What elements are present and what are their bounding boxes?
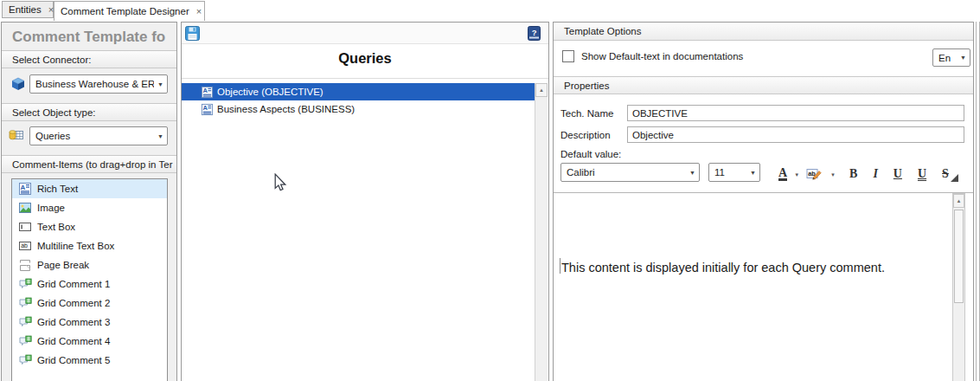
- close-icon[interactable]: ×: [42, 4, 54, 15]
- comment-item-page-break[interactable]: Page Break: [12, 255, 167, 274]
- highlight-color-button[interactable]: ab: [802, 164, 828, 181]
- grid-comment-icon: [18, 277, 32, 291]
- sidebar: Comment Template fo Select Connector: Bu…: [1, 22, 177, 381]
- font-name-value: Calibri: [567, 167, 686, 178]
- double-underline-button[interactable]: U: [913, 164, 931, 181]
- chevron-down-icon[interactable]: ▼: [791, 172, 802, 178]
- comment-item-grid-comment-4[interactable]: Grid Comment 4: [12, 332, 167, 351]
- select-object-type-header: Select Object type:: [2, 103, 176, 121]
- comment-item-rich-text[interactable]: A Rich Text: [12, 179, 167, 198]
- show-default-text-checkbox[interactable]: [562, 50, 574, 62]
- object-type-select[interactable]: Queries ▼: [29, 126, 168, 145]
- svg-text:A: A: [202, 87, 208, 94]
- tab-label: Comment Template Designer: [61, 6, 189, 16]
- query-list-scrollbar[interactable]: ▲: [535, 83, 548, 381]
- divider: [182, 78, 548, 79]
- rich-text-icon: A: [18, 182, 32, 196]
- comment-item-grid-comment-3[interactable]: Grid Comment 3: [12, 313, 167, 332]
- chevron-down-icon: ▼: [154, 133, 163, 139]
- comment-item-label: Multiline Text Box: [37, 241, 114, 251]
- description-value: Objective: [632, 130, 674, 140]
- language-select-value: En: [938, 53, 957, 63]
- default-value-label: Default value:: [560, 149, 621, 159]
- text-box-icon: [18, 220, 32, 234]
- chevron-down-icon: ▼: [686, 170, 695, 176]
- object-type-table-icon: [9, 127, 24, 143]
- scrollbar-thumb[interactable]: [954, 210, 964, 303]
- comment-item-grid-comment-1[interactable]: Grid Comment 1: [12, 274, 167, 294]
- tech-name-label: Tech. Name: [560, 108, 613, 119]
- highlight-icon: ab: [806, 167, 823, 181]
- comment-item-label: Rich Text: [37, 184, 78, 194]
- multiline-text-box-icon: ab: [18, 239, 32, 253]
- description-field[interactable]: Objective: [627, 126, 964, 143]
- default-value-editor[interactable]: This content is displayed initially for …: [554, 192, 973, 381]
- comment-item-image[interactable]: Image: [12, 198, 167, 217]
- connector-select[interactable]: Business Warehouse & ERP ▼: [29, 74, 168, 94]
- svg-text:ab: ab: [21, 242, 28, 249]
- comment-items-list: A Rich Text Image: [11, 178, 168, 381]
- underline-button[interactable]: U: [889, 164, 906, 181]
- page-break-icon: [18, 258, 32, 272]
- format-toolbar: Calibri ▼ 11 ▼ A ▼ ab ▼: [560, 163, 953, 182]
- font-size-value: 11: [714, 167, 746, 178]
- grid-comment-icon: [18, 334, 32, 348]
- scroll-up-icon[interactable]: ▲: [953, 194, 964, 208]
- grid-comment-icon: [18, 296, 32, 310]
- toolbar-grip-icon[interactable]: [951, 174, 958, 182]
- comment-item-label: Grid Comment 3: [37, 317, 110, 327]
- tab-entities[interactable]: Entities ×: [2, 1, 54, 18]
- image-icon: [18, 201, 32, 215]
- tech-name-field[interactable]: OBJECTIVE: [627, 105, 964, 121]
- query-row-business-aspects[interactable]: A Business Aspects (BUSINESS): [182, 100, 535, 118]
- font-size-select[interactable]: 11 ▼: [708, 163, 760, 182]
- template-options-panel: Template Options Show Default-text in do…: [553, 22, 974, 381]
- help-icon[interactable]: ?: [527, 26, 541, 41]
- comment-items-header: Comment-Items (to drag+drop in Ter: [2, 155, 176, 173]
- rich-text-icon: A: [201, 103, 214, 116]
- editor-text: This content is displayed initially for …: [561, 261, 885, 274]
- svg-text:A: A: [202, 104, 208, 112]
- window-edge: [976, 22, 980, 381]
- tab-label: Entities: [9, 4, 42, 15]
- connector-select-value: Business Warehouse & ERP: [35, 79, 154, 89]
- comment-item-text-box[interactable]: Text Box: [12, 217, 167, 236]
- query-row-label: Objective (OBJECTIVE): [217, 87, 323, 97]
- comment-item-grid-comment-2[interactable]: Grid Comment 2: [12, 294, 167, 313]
- query-row-objective[interactable]: A Objective (OBJECTIVE): [182, 83, 535, 100]
- description-label: Description: [560, 130, 611, 140]
- scroll-up-icon[interactable]: ▲: [535, 83, 548, 97]
- chevron-down-icon[interactable]: ▼: [828, 172, 838, 178]
- comment-item-label: Text Box: [37, 222, 75, 232]
- template-options-header: Template Options: [554, 23, 973, 41]
- comment-item-multiline-text-box[interactable]: ab Multiline Text Box: [12, 236, 167, 255]
- svg-text:?: ?: [532, 28, 537, 37]
- rich-text-icon: A: [201, 86, 214, 99]
- text-caret: [560, 258, 560, 274]
- font-name-select[interactable]: Calibri ▼: [560, 163, 700, 182]
- query-row-label: Business Aspects (BUSINESS): [217, 104, 355, 114]
- comment-item-label: Grid Comment 4: [37, 336, 110, 346]
- font-color-button[interactable]: A: [774, 164, 791, 181]
- language-select[interactable]: En ▼: [932, 48, 970, 67]
- close-icon[interactable]: ×: [189, 6, 202, 16]
- select-connector-header: Select Connector:: [2, 50, 176, 68]
- chevron-down-icon: ▼: [154, 81, 163, 87]
- grid-comment-icon: [18, 353, 32, 367]
- bold-button[interactable]: B: [845, 164, 862, 181]
- query-list: A Objective (OBJECTIVE) A Busines: [182, 83, 535, 381]
- svg-text:A: A: [21, 184, 26, 191]
- connector-cube-icon: [10, 76, 26, 92]
- chevron-down-icon: ▼: [746, 170, 756, 176]
- show-default-text-label: Show Default-text in documentations: [581, 51, 743, 61]
- comment-item-grid-comment-5[interactable]: Grid Comment 5: [12, 351, 167, 370]
- tab-comment-template-designer[interactable]: Comment Template Designer ×: [54, 1, 205, 21]
- save-icon[interactable]: [185, 26, 200, 41]
- properties-header: Properties: [554, 76, 973, 94]
- editor-scrollbar[interactable]: ▲: [952, 193, 965, 381]
- template-designer-panel: ? Queries A Objective (OBJECTIVE): [181, 22, 549, 381]
- grid-comment-icon: [18, 315, 32, 329]
- app-window: Entities × Comment Template Designer × C…: [0, 0, 980, 381]
- mouse-cursor: [272, 173, 288, 194]
- italic-button[interactable]: I: [868, 164, 881, 181]
